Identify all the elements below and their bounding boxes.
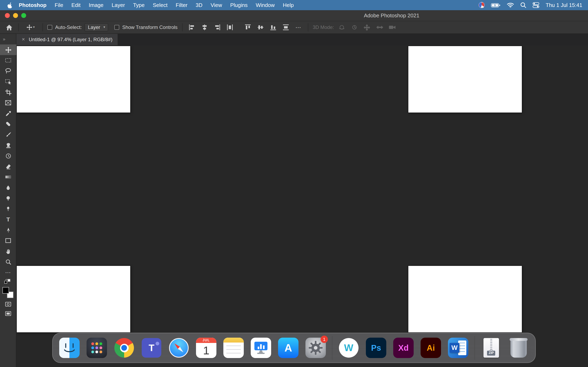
- toolbar-color-controls: [0, 278, 16, 317]
- wifi-icon[interactable]: [507, 2, 514, 8]
- document-region-bottom-left[interactable]: [17, 266, 130, 332]
- document-region-top-left[interactable]: [17, 46, 130, 113]
- frame-tool[interactable]: [0, 98, 16, 108]
- align-bottom-edges-button[interactable]: [268, 22, 278, 32]
- dock-safari[interactable]: [168, 337, 190, 359]
- menu-view[interactable]: View: [207, 0, 226, 10]
- gradient-tool[interactable]: [0, 172, 16, 182]
- crop-tool[interactable]: [0, 87, 16, 98]
- apple-menu-icon[interactable]: [4, 2, 15, 8]
- dock-photoshop[interactable]: Ps: [365, 337, 387, 359]
- spot-healing-brush-tool[interactable]: [0, 119, 16, 129]
- align-horizontal-centers-button[interactable]: [200, 22, 209, 32]
- screen: Photoshop File Edit Image Layer Type Sel…: [0, 0, 588, 367]
- menu-layer[interactable]: Layer: [108, 0, 129, 10]
- home-button[interactable]: [4, 22, 14, 32]
- tab-close-icon[interactable]: ✕: [22, 38, 25, 42]
- default-swap-colors-icon[interactable]: [4, 278, 12, 284]
- notification-badge: 1: [320, 336, 328, 343]
- 3d-roll-icon: [350, 22, 359, 32]
- clone-stamp-tool[interactable]: [0, 140, 16, 150]
- menu-file[interactable]: File: [51, 0, 67, 10]
- dock-w-app[interactable]: W: [338, 337, 360, 359]
- rectangular-marquee-tool[interactable]: [0, 55, 16, 66]
- pen-tool[interactable]: [0, 203, 16, 214]
- show-transform-label: Show Transform Controls: [122, 25, 178, 30]
- color-ball-icon[interactable]: [479, 2, 485, 8]
- align-vertical-centers-button[interactable]: [256, 22, 265, 32]
- object-selection-tool[interactable]: [0, 76, 16, 87]
- options-bar: ▾ Auto-Select: Layer ▾ Show Transform Co…: [0, 21, 588, 34]
- battery-charging-icon[interactable]: [491, 2, 501, 8]
- distribute-vertically-button[interactable]: [281, 22, 291, 32]
- dock-finder[interactable]: [58, 337, 80, 359]
- menu-window[interactable]: Window: [252, 0, 279, 10]
- type-tool[interactable]: T: [0, 214, 16, 225]
- options-separator: [43, 23, 43, 31]
- menu-edit[interactable]: Edit: [67, 0, 85, 10]
- align-left-edges-button[interactable]: [187, 22, 197, 32]
- dock-keynote[interactable]: [250, 337, 272, 359]
- path-selection-tool[interactable]: [0, 225, 16, 235]
- hand-tool[interactable]: [0, 246, 16, 257]
- menu-3d[interactable]: 3D: [191, 0, 207, 10]
- 3d-slide-icon: [375, 22, 385, 32]
- dock-microsoft-teams[interactable]: T: [140, 337, 163, 359]
- show-transform-checkbox[interactable]: [114, 25, 120, 30]
- dock-calendar[interactable]: JUL 1: [195, 337, 217, 359]
- blur-tool[interactable]: [0, 182, 16, 193]
- close-window-button[interactable]: [5, 13, 10, 18]
- align-more-options-button[interactable]: ⋯: [294, 22, 303, 32]
- foreground-color-swatch[interactable]: [2, 287, 9, 294]
- menu-type[interactable]: Type: [129, 0, 149, 10]
- spotlight-icon[interactable]: [520, 2, 527, 8]
- screen-mode-button[interactable]: [5, 310, 11, 317]
- dock-app-store[interactable]: A: [277, 337, 299, 359]
- menu-image[interactable]: Image: [85, 0, 108, 10]
- brush-tool[interactable]: [0, 129, 16, 140]
- dock-notes[interactable]: [223, 337, 245, 359]
- toolbar-collapse-button[interactable]: »: [0, 34, 16, 44]
- auto-select-checkbox[interactable]: [47, 25, 52, 30]
- document-region-bottom-right[interactable]: [408, 266, 522, 332]
- menu-help[interactable]: Help: [279, 0, 298, 10]
- dock-zip-file[interactable]: ZIP: [480, 337, 502, 359]
- edit-toolbar-button[interactable]: ⋯: [0, 267, 16, 278]
- dock-adobe-illustrator[interactable]: Ai: [420, 337, 442, 359]
- distribute-horizontally-button[interactable]: [225, 22, 235, 32]
- dock-adobe-xd[interactable]: Xd: [392, 337, 415, 359]
- tool-preset-picker[interactable]: ▾: [23, 22, 38, 32]
- quick-mask-mode-button[interactable]: [5, 301, 11, 308]
- menu-photoshop[interactable]: Photoshop: [15, 0, 51, 10]
- menu-plugins[interactable]: Plugins: [226, 0, 251, 10]
- dock-microsoft-word[interactable]: W: [447, 337, 469, 359]
- control-center-icon[interactable]: [533, 2, 540, 8]
- align-top-edges-button[interactable]: [243, 22, 253, 32]
- menu-select[interactable]: Select: [149, 0, 172, 10]
- document-region-top-right[interactable]: [408, 46, 522, 113]
- zoom-tool[interactable]: [0, 257, 16, 267]
- dock-chrome[interactable]: [113, 337, 135, 359]
- dodge-tool[interactable]: [0, 193, 16, 203]
- 3d-camera-icon: [388, 22, 397, 32]
- menu-filter[interactable]: Filter: [172, 0, 192, 10]
- canvas[interactable]: [16, 45, 588, 367]
- rectangle-tool[interactable]: [0, 235, 16, 246]
- dock-system-preferences[interactable]: 1: [305, 337, 327, 359]
- document-tab[interactable]: ✕ Untitled-1 @ 97.4% (Layer 1, RGB/8#): [16, 34, 118, 45]
- eraser-tool[interactable]: [0, 161, 16, 172]
- eyedropper-tool[interactable]: [0, 108, 16, 119]
- dock-trash[interactable]: [508, 337, 530, 359]
- history-brush-tool[interactable]: [0, 150, 16, 161]
- auto-select-target-dropdown[interactable]: Layer ▾: [85, 23, 108, 31]
- options-separator: [182, 23, 182, 31]
- chevron-down-icon: ▾: [33, 26, 35, 29]
- align-right-edges-button[interactable]: [212, 22, 222, 32]
- lasso-tool[interactable]: [0, 66, 16, 76]
- menu-bar-clock[interactable]: Thu 1 Jul 15:41: [546, 2, 582, 8]
- minimize-window-button[interactable]: [13, 13, 18, 18]
- dock-separator: [332, 336, 332, 360]
- zoom-window-button[interactable]: [21, 13, 26, 18]
- dock-launchpad[interactable]: [86, 337, 108, 359]
- move-tool[interactable]: [0, 44, 16, 55]
